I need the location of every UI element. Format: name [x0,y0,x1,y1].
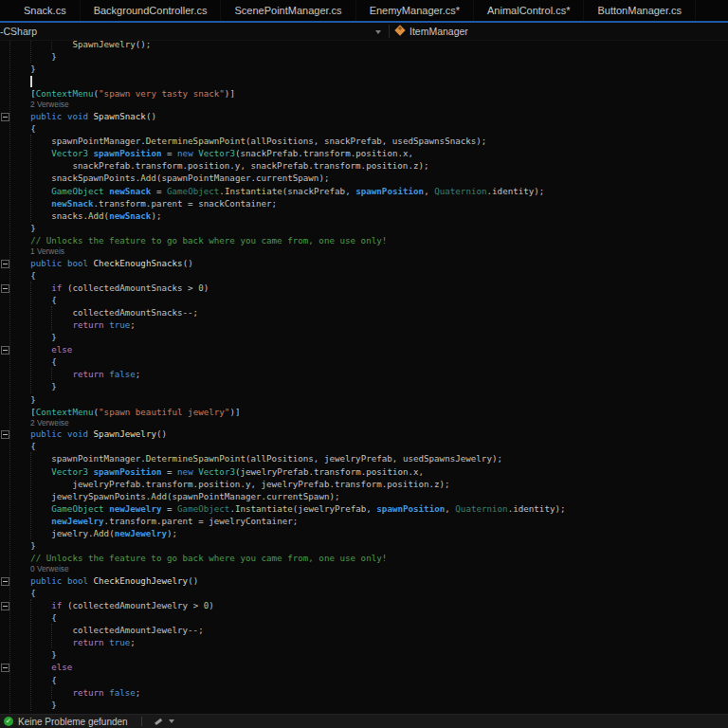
code-line[interactable]: public void SpawnSnack() [9,110,728,122]
code-line[interactable]: GameObject newSnack = GameObject.Instant… [9,185,728,197]
code-line[interactable]: if (collectedAmountJewelry > 0) [9,599,728,611]
code-line[interactable]: if (collectedAmountSnacks > 0) [9,282,728,294]
codelens-references[interactable]: 0 Verweise [9,564,728,574]
tab-backgroundcontroller-cs[interactable]: BackgroundController.cs [81,0,222,21]
code-line[interactable]: { [9,122,728,135]
statusbar-divider [141,717,142,726]
filter-pen-icon[interactable] [154,717,163,726]
code-line[interactable]: public bool CheckEnoughJewelry() [9,574,728,587]
code-line[interactable]: jewelryPrefab.transform.position.y, jewe… [9,478,728,490]
code-line[interactable]: spawnPointManager.DetermineSpawnPoint(al… [9,135,728,147]
code-line[interactable]: public void SpawnJewelry() [9,428,728,440]
fold-collapse-box[interactable] [1,577,9,586]
codelens-references[interactable]: 1 Verweis [9,246,728,257]
code-area[interactable]: SpawnJewelry(); } } [ContextMenu("spawn … [0,38,728,723]
codelens-references[interactable]: 2 Verweise [9,100,728,110]
code-line[interactable]: return false; [9,686,728,699]
fold-collapse-box[interactable] [1,602,9,610]
ide-window: SpawnJewelry(); } } [ContextMenu("spawn … [0,0,728,728]
tab-snack-cs[interactable]: Snack.cs [10,0,81,21]
tab-enemymanager-cs-[interactable]: EnemyManager.cs* [356,0,474,21]
codelens-references[interactable]: 2 Verweise [9,418,728,428]
text-caret [30,76,32,87]
fold-collapse-box[interactable] [1,664,9,672]
health-status-message[interactable]: Keine Probleme gefunden [18,717,128,727]
tab-scenepointmanager-cs[interactable]: ScenePointManager.cs [221,0,355,21]
fold-collapse-box[interactable] [1,113,9,121]
code-line[interactable]: } [9,648,728,661]
code-line[interactable]: return false; [9,368,728,380]
code-line[interactable]: } [9,222,728,234]
chevron-down-icon[interactable] [375,30,381,34]
code-line[interactable]: public bool CheckEnoughSnacks() [9,257,728,269]
project-dropdown[interactable]: -CSharp [0,23,37,40]
code-line[interactable]: { [9,674,728,686]
code-line[interactable]: } [9,539,728,552]
code-line[interactable] [9,75,728,87]
tab-bar: Snack.csBackgroundController.csScenePoin… [0,0,728,21]
tab-buttonmanager-cs[interactable]: ButtonManager.cs [584,0,696,21]
code-line[interactable]: } [9,63,728,75]
code-line[interactable]: } [9,699,728,711]
code-line[interactable]: snackPrefab.transform.position.y, snackP… [9,159,728,172]
code-editor[interactable]: SpawnJewelry(); } } [ContextMenu("spawn … [0,0,728,728]
code-line[interactable]: snacks.Add(newSnack); [9,209,728,222]
code-line[interactable]: return true; [9,636,728,648]
no-problems-check-icon: ✓ [4,717,13,726]
code-line[interactable]: { [9,355,728,368]
code-line[interactable]: newSnack.transform.parent = snackContain… [9,197,728,209]
code-line[interactable]: newJewelry.transform.parent = jewelryCon… [9,515,728,527]
fold-collapse-box[interactable] [1,346,9,355]
code-line[interactable]: else [9,661,728,673]
code-line[interactable]: // Unlocks the feature to go back where … [9,234,728,246]
code-line[interactable]: collectedAmountSnacks--; [9,306,728,318]
code-line[interactable]: spawnPointManager.DetermineSpawnPoint(al… [9,452,728,464]
code-line[interactable]: { [9,611,728,624]
code-line[interactable]: { [9,587,728,599]
fold-collapse-box[interactable] [1,260,9,268]
code-line[interactable]: } [9,380,728,392]
code-line[interactable]: snackSpawnPoints.Add(spawnPointManager.c… [9,172,728,184]
type-dropdown[interactable]: ItemManager [410,23,468,40]
chevron-down-icon[interactable] [169,719,174,723]
code-line[interactable]: // Unlocks the feature to go back where … [9,552,728,564]
code-line[interactable]: } [9,331,728,343]
class-icon [394,25,405,35]
tab-animalcontrol-cs-[interactable]: AnimalControl.cs* [474,0,584,21]
code-line[interactable]: { [9,440,728,452]
code-line[interactable]: else [9,343,728,355]
code-line[interactable]: { [9,294,728,306]
document-health-bar: ✓ Keine Probleme gefunden [0,714,728,728]
code-line[interactable]: } [9,393,728,406]
fold-collapse-box[interactable] [1,430,9,439]
code-line[interactable]: Vector3 spawnPosition = new Vector3(jewe… [9,465,728,478]
navigation-bar: -CSharp ItemManager [0,23,728,41]
code-line[interactable]: jewelry.Add(newJewelry); [9,527,728,539]
code-line[interactable]: Vector3 spawnPosition = new Vector3(snac… [9,147,728,159]
code-line[interactable]: GameObject newJewelry = GameObject.Insta… [9,502,728,515]
code-line[interactable]: return true; [9,318,728,331]
code-line[interactable]: { [9,269,728,282]
code-line[interactable]: jewelrySpawnPoints.Add(spawnPointManager… [9,490,728,502]
code-line[interactable]: [ContextMenu("spawn beautiful jewelry")] [9,406,728,418]
fold-collapse-box[interactable] [1,284,9,293]
code-line[interactable]: } [9,50,728,63]
navbar-divider [389,25,390,38]
code-line[interactable]: [ContextMenu("spawn very tasty snack")] [9,87,728,100]
code-line[interactable]: collectedAmountJewelry--; [9,624,728,636]
